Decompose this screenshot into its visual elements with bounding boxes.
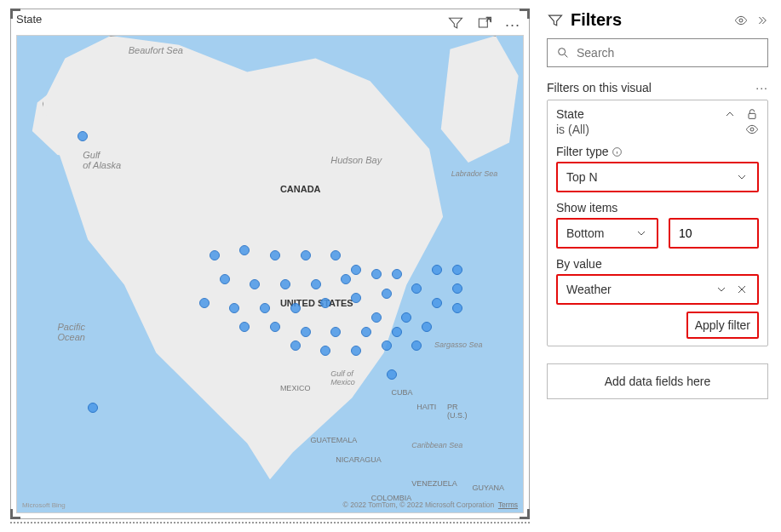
close-icon[interactable] [735,283,749,296]
map-point[interactable] [452,265,462,275]
filter-summary: is (All) [556,123,589,136]
filters-section-title: Filters on this visual [547,81,652,94]
map-point[interactable] [387,369,397,380]
label-hudson: Hudson Bay [330,155,382,165]
apply-filter-button[interactable]: Apply filter [686,312,759,339]
filters-pane-header: Filters [547,7,768,38]
filter-icon[interactable] [447,14,464,35]
label-labrador: Labrador Sea [451,169,498,178]
search-box[interactable] [547,38,768,67]
show-items-label: Show items [556,201,759,215]
map-point[interactable] [432,298,442,308]
show-items-count-wrap [669,218,759,249]
visual-toolbar: ··· [447,14,520,35]
map-point[interactable] [220,274,230,284]
filters-section-header: Filters on this visual ··· [547,81,768,94]
filter-type-label: Filter type [556,145,759,158]
label-caribbean: Caribbean Sea [411,441,462,449]
label-guyana: GUYANA [473,483,504,492]
map-point[interactable] [280,279,290,289]
filter-type-select[interactable]: Top N [556,162,759,192]
show-items-mode-value: Bottom [566,226,604,240]
chevron-down-icon [735,170,749,184]
svg-point-4 [750,128,754,131]
map-point[interactable] [301,250,311,260]
visual-frame: State ··· Beaufort Sea Gulf of Alaska Hu… [10,9,530,519]
map-terms-link[interactable]: Terms [498,501,518,509]
focus-mode-icon[interactable] [476,14,493,35]
map-point[interactable] [270,322,280,332]
map-attribution-text: © 2022 TomTom, © 2022 Microsoft Corporat… [343,501,495,509]
map-point[interactable] [270,250,280,260]
info-icon[interactable] [612,146,623,157]
map-point[interactable] [382,340,392,351]
label-gulf-alaska: Gulf of Alaska [83,150,121,170]
label-mexico: MEXICO [280,384,311,392]
search-icon [556,46,570,60]
filters-section-more-icon[interactable]: ··· [755,81,768,94]
add-data-fields-well[interactable]: Add data fields here [547,363,768,399]
filter-card-state[interactable]: State is (All) Filter type Top N Show it… [547,100,768,346]
map-point[interactable] [452,283,462,294]
label-canada: CANADA [280,184,321,194]
map-canvas[interactable]: Beaufort Sea Gulf of Alaska Hudson Bay L… [16,35,524,513]
svg-rect-0 [479,19,487,27]
collapse-pane-icon[interactable] [755,14,768,27]
by-value-label: By value [556,257,759,271]
map-point[interactable] [371,312,382,323]
map-attribution: © 2022 TomTom, © 2022 Microsoft Corporat… [343,501,518,509]
by-value-field-well[interactable]: Weather [556,274,759,305]
more-options-icon[interactable]: ··· [505,17,520,32]
chevron-down-icon [635,226,648,240]
map-point[interactable] [290,303,301,313]
svg-rect-3 [749,113,755,118]
label-pr: PR (U.S.) [447,403,468,420]
filter-icon [547,12,564,29]
map-credit: Microsoft Bing [22,501,66,509]
map-point[interactable] [229,303,239,313]
chevron-up-icon[interactable] [723,107,737,121]
map-point[interactable] [301,327,311,337]
label-pacific: Pacific Ocean [58,322,85,342]
show-items-mode-select[interactable]: Bottom [556,218,658,249]
lock-open-icon[interactable] [745,107,759,121]
filter-field-name: State [556,107,584,121]
map-point[interactable] [260,303,270,313]
canvas-divider [10,522,530,523]
label-haiti: HAITI [416,403,436,411]
map-point[interactable] [250,279,260,289]
label-gulf-mexico: Gulf of Mexico [330,369,355,386]
label-beaufort: Beaufort Sea [129,45,183,55]
svg-point-1 [739,19,743,22]
by-value-field: Weather [566,283,612,296]
map-point[interactable] [361,327,371,337]
filter-type-value: Top N [566,170,598,184]
filters-pane: Filters Filters on this visual ··· State… [538,0,777,532]
map-visual-container[interactable]: State ··· Beaufort Sea Gulf of Alaska Hu… [10,9,530,519]
map-point[interactable] [392,269,402,279]
label-guatemala: GUATEMALA [311,436,358,444]
map-point[interactable] [392,327,402,337]
visual-title: State [16,13,42,26]
map-point[interactable] [210,250,220,260]
map-point[interactable] [330,327,341,337]
resize-handle-tr[interactable] [520,9,530,19]
label-venezuela: VENEZUELA [411,479,457,488]
search-input[interactable] [577,46,759,60]
map-point[interactable] [452,303,462,313]
eye-icon[interactable] [745,123,759,136]
map-point[interactable] [382,289,392,299]
chevron-down-icon[interactable] [715,283,728,296]
map-point[interactable] [432,265,442,275]
label-sargasso: Sargasso Sea [434,340,483,349]
show-items-count-input[interactable] [670,220,757,247]
map-point[interactable] [311,279,321,289]
map-point[interactable] [351,265,361,275]
label-nicaragua: NICARAGUA [336,455,382,464]
eye-icon[interactable] [734,14,748,27]
label-cuba: CUBA [392,388,413,397]
filters-title: Filters [571,10,727,30]
map-point[interactable] [351,346,361,356]
map-point[interactable] [199,298,210,308]
svg-point-2 [559,49,566,55]
